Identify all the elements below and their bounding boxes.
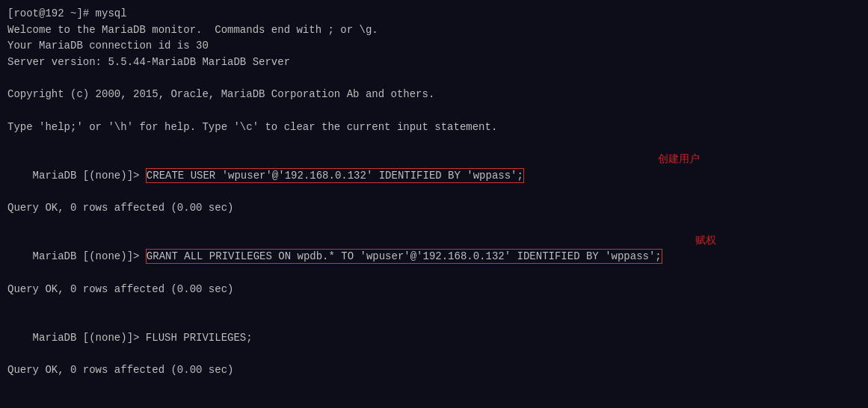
terminal-line: Server version: 5.5.44-MariaDB MariaDB S…: [7, 55, 861, 71]
line-text: Query OK, 0 rows affected (0.00 sec): [7, 364, 233, 376]
line-text: Your MariaDB connection id is 30: [7, 40, 209, 52]
line-text: Type 'help;' or '\h' for help. Type '\c'…: [7, 121, 497, 133]
terminal-line: Query OK, 0 rows affected (0.00 sec): [7, 282, 861, 298]
command-text: GRANT ALL PRIVILEGES ON wpdb.* TO 'wpuse…: [147, 250, 662, 262]
terminal-command-line: MariaDB [(none)]> CREATE USER 'wpuser'@'…: [7, 152, 861, 200]
annotation-create-user: 创建用户: [658, 152, 700, 168]
terminal: [root@192 ~]# mysql Welcome to the Maria…: [0, 0, 868, 408]
command-highlight: CREATE USER 'wpuser'@'192.168.0.132' IDE…: [146, 168, 524, 183]
terminal-line: Welcome to the MariaDB monitor. Commands…: [7, 22, 861, 39]
line-text: Query OK, 0 rows affected (0.00 sec): [7, 283, 233, 295]
terminal-line: [7, 71, 861, 87]
prompt: MariaDB [(none)]>: [33, 250, 146, 262]
terminal-line: Query OK, 0 rows affected (0.00 sec): [7, 200, 861, 217]
terminal-line: [7, 136, 861, 152]
prompt: MariaDB [(none)]>: [33, 170, 146, 182]
terminal-line: Your MariaDB connection id is 30: [7, 38, 861, 55]
line-text: Query OK, 0 rows affected (0.00 sec): [7, 202, 233, 214]
line-text: Welcome to the MariaDB monitor. Commands…: [7, 24, 378, 36]
terminal-line: Type 'help;' or '\h' for help. Type '\c'…: [7, 120, 861, 136]
command-text: FLUSH PRIVILEGES;: [146, 332, 253, 344]
command-text: CREATE USER 'wpuser'@'192.168.0.132' IDE…: [147, 170, 523, 182]
command-highlight: GRANT ALL PRIVILEGES ON wpdb.* TO 'wpuse…: [146, 249, 662, 264]
line-text: [root@192 ~]# mysql: [7, 7, 127, 19]
line-text: Copyright (c) 2000, 2015, Oracle, MariaD…: [7, 88, 434, 100]
annotation-grant: 赋权: [695, 233, 716, 250]
terminal-command-line: MariaDB [(none)]> SHOW GRANTS FOR 'wpuse…: [7, 395, 861, 409]
terminal-line: [7, 217, 861, 233]
terminal-line: [7, 379, 861, 395]
line-text: Server version: 5.5.44-MariaDB MariaDB S…: [7, 56, 290, 68]
terminal-command-line: MariaDB [(none)]> FLUSH PRIVILEGES;: [7, 314, 861, 362]
terminal-line: [root@192 ~]# mysql: [7, 6, 861, 22]
terminal-line: Query OK, 0 rows affected (0.00 sec): [7, 362, 861, 379]
terminal-line: Copyright (c) 2000, 2015, Oracle, MariaD…: [7, 87, 861, 103]
terminal-command-line: MariaDB [(none)]> GRANT ALL PRIVILEGES O…: [7, 233, 861, 282]
terminal-line: [7, 297, 861, 314]
prompt: MariaDB [(none)]>: [33, 332, 146, 344]
terminal-line: [7, 103, 861, 120]
